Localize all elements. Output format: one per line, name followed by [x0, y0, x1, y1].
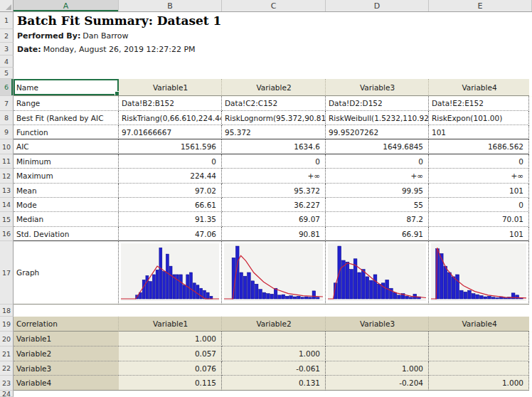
- mode-variable4[interactable]: 0: [429, 198, 529, 212]
- mode-variable3[interactable]: 55: [326, 198, 429, 212]
- aic-variable2[interactable]: 1634.6: [222, 139, 326, 154]
- column-header-e[interactable]: E: [429, 0, 532, 11]
- row-label[interactable]: Variable1: [14, 332, 119, 346]
- row-header-21[interactable]: 21: [0, 346, 14, 361]
- mode-variable2[interactable]: 36.227: [222, 198, 326, 212]
- date-line[interactable]: Date: Monday, August 26, 2019 12:27:22 P…: [14, 43, 532, 55]
- select-all-corner[interactable]: [0, 0, 14, 11]
- maximum-variable1[interactable]: 224.44: [119, 169, 222, 184]
- row-label[interactable]: Median: [14, 212, 119, 227]
- bestfit-variable4[interactable]: RiskExpon(101.00): [429, 111, 529, 125]
- aic-variable1[interactable]: 1561.596: [119, 139, 222, 154]
- bestfit-variable3[interactable]: RiskWeibull(1.5232,110.92: [326, 111, 429, 125]
- row-header-19[interactable]: 19: [0, 317, 14, 332]
- maximum-variable4[interactable]: +∞: [429, 169, 529, 184]
- aic-variable3[interactable]: 1649.6845: [326, 139, 429, 154]
- corr-v4-v4[interactable]: 1.000: [429, 376, 529, 391]
- corr-v3-v1[interactable]: 0.076: [119, 361, 222, 376]
- row-header-24[interactable]: 24: [0, 391, 14, 397]
- minimum-variable4[interactable]: 0: [429, 154, 529, 169]
- row-header-3[interactable]: 3: [0, 43, 14, 55]
- row-label[interactable]: Maximum: [14, 169, 119, 184]
- row-header-17[interactable]: 17: [0, 241, 14, 305]
- maximum-variable2[interactable]: +∞: [222, 169, 326, 184]
- minimum-variable1[interactable]: 0: [119, 154, 222, 169]
- corr-v2-v1[interactable]: 0.057: [119, 346, 222, 361]
- range-variable2[interactable]: Data!C2:C152: [222, 96, 326, 111]
- row-label[interactable]: Variable3: [14, 361, 119, 376]
- graph-cell-variable3[interactable]: [326, 241, 429, 305]
- performed-by-line[interactable]: Performed By: Dan Barrow: [14, 29, 532, 43]
- graph-cell-variable2[interactable]: [222, 241, 326, 305]
- corr-v1-v3[interactable]: [326, 332, 429, 346]
- range-variable1[interactable]: Data!B2:B152: [119, 96, 222, 111]
- summary-header-variable2[interactable]: Variable2: [222, 79, 326, 96]
- row-label[interactable]: Function: [14, 125, 119, 139]
- row-header-13[interactable]: 13: [0, 184, 14, 198]
- graph-row-label[interactable]: Graph: [14, 241, 119, 305]
- stddev-variable1[interactable]: 47.06: [119, 227, 222, 241]
- corr-v4-v1[interactable]: 0.115: [119, 376, 222, 391]
- column-header-b[interactable]: B: [119, 0, 222, 11]
- row-label[interactable]: Mode: [14, 198, 119, 212]
- row-header-8[interactable]: 8: [0, 111, 14, 125]
- graph-cell-variable1[interactable]: [119, 241, 222, 305]
- corr-v2-v4[interactable]: [429, 346, 529, 361]
- mode-variable1[interactable]: 66.61: [119, 198, 222, 212]
- row-label[interactable]: Std. Deviation: [14, 227, 119, 241]
- row-label[interactable]: Mean: [14, 184, 119, 198]
- range-variable3[interactable]: Data!D2:D152: [326, 96, 429, 111]
- row-header-10[interactable]: 10: [0, 139, 14, 154]
- row-label[interactable]: Variable2: [14, 346, 119, 361]
- row-label[interactable]: AIC: [14, 139, 119, 154]
- mean-variable3[interactable]: 99.95: [326, 184, 429, 198]
- row-header-14[interactable]: 14: [0, 198, 14, 212]
- correlation-header-variable1[interactable]: Variable1: [119, 317, 222, 332]
- row-header-18[interactable]: 18: [0, 305, 14, 317]
- row-label[interactable]: Variable4: [14, 376, 119, 391]
- maximum-variable3[interactable]: +∞: [326, 169, 429, 184]
- graph-cell-variable4[interactable]: [429, 241, 529, 305]
- corr-v1-v1[interactable]: 1.000: [119, 332, 222, 346]
- correlation-header-label[interactable]: Correlation: [14, 317, 119, 332]
- stddev-variable2[interactable]: 90.81: [222, 227, 326, 241]
- cell-name-header[interactable]: Name: [14, 79, 119, 96]
- function-variable1[interactable]: 97.01666667: [119, 125, 222, 139]
- row-header-5[interactable]: 5: [0, 68, 14, 79]
- stddev-variable3[interactable]: 66.91: [326, 227, 429, 241]
- row-header-20[interactable]: 20: [0, 332, 14, 346]
- row-header-11[interactable]: 11: [0, 154, 14, 169]
- corr-v3-v4[interactable]: [429, 361, 529, 376]
- correlation-header-variable4[interactable]: Variable4: [429, 317, 529, 332]
- row-label[interactable]: Minimum: [14, 154, 119, 169]
- row-header-15[interactable]: 15: [0, 212, 14, 227]
- range-variable4[interactable]: Data!E2:E152: [429, 96, 529, 111]
- corr-v3-v3[interactable]: 1.000: [326, 361, 429, 376]
- corr-v2-v3[interactable]: [326, 346, 429, 361]
- row-header-4[interactable]: 4: [0, 55, 14, 68]
- stddev-variable4[interactable]: 101: [429, 227, 529, 241]
- median-variable1[interactable]: 91.35: [119, 212, 222, 227]
- function-variable3[interactable]: 99.95207262: [326, 125, 429, 139]
- minimum-variable2[interactable]: 0: [222, 154, 326, 169]
- row-header-23[interactable]: 23: [0, 376, 14, 391]
- median-variable2[interactable]: 69.07: [222, 212, 326, 227]
- function-variable4[interactable]: 101: [429, 125, 529, 139]
- bestfit-variable1[interactable]: RiskTriang(0,66.610,224.44): [119, 111, 222, 125]
- corr-v4-v2[interactable]: 0.131: [222, 376, 326, 391]
- mean-variable2[interactable]: 95.372: [222, 184, 326, 198]
- summary-header-variable4[interactable]: Variable4: [429, 79, 529, 96]
- corr-v1-v4[interactable]: [429, 332, 529, 346]
- report-title[interactable]: Batch Fit Summary: Dataset 1: [14, 12, 532, 29]
- bestfit-variable2[interactable]: RiskLognorm(95.372,90.810: [222, 111, 326, 125]
- summary-header-variable3[interactable]: Variable3: [326, 79, 429, 96]
- corr-v1-v2[interactable]: [222, 332, 326, 346]
- row-header-7[interactable]: 7: [0, 96, 14, 111]
- column-header-d[interactable]: D: [326, 0, 429, 11]
- function-variable2[interactable]: 95.372: [222, 125, 326, 139]
- median-variable4[interactable]: 70.01: [429, 212, 529, 227]
- row-header-16[interactable]: 16: [0, 227, 14, 241]
- column-header-a[interactable]: A: [14, 0, 119, 11]
- mean-variable4[interactable]: 101: [429, 184, 529, 198]
- column-header-c[interactable]: C: [222, 0, 326, 11]
